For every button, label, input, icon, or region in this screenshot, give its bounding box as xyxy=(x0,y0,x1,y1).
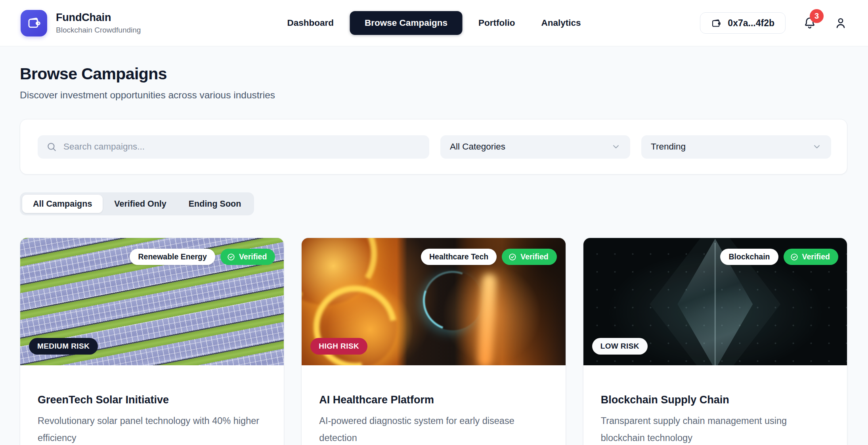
check-circle-icon xyxy=(227,253,235,261)
search-box xyxy=(38,135,429,159)
tab-verified-only[interactable]: Verified Only xyxy=(103,195,177,213)
nav-item-portfolio[interactable]: Portfolio xyxy=(468,12,525,35)
user-icon xyxy=(834,16,847,30)
check-circle-icon xyxy=(790,253,799,261)
campaign-description: Revolutionary solar panel technology wit… xyxy=(38,412,266,445)
chevron-down-icon xyxy=(812,142,822,152)
campaign-image-solar-panels: Renewable Energy Verified MEDIUM RISK xyxy=(20,238,284,365)
campaign-description: Transparent supply chain management usin… xyxy=(601,412,830,445)
nav-item-dashboard[interactable]: Dashboard xyxy=(277,12,344,35)
app-tagline: Blockchain Crowdfunding xyxy=(56,26,141,35)
neon-bar-shape xyxy=(478,273,497,365)
check-circle-icon xyxy=(508,253,517,261)
wallet-icon xyxy=(711,18,722,29)
category-select-value: All Categories xyxy=(450,142,505,152)
campaign-grid: Renewable Energy Verified MEDIUM RISK Gr… xyxy=(20,238,847,445)
crystal-seam-shape xyxy=(715,243,716,365)
campaign-description: AI-powered diagnostic system for early d… xyxy=(319,412,548,445)
app-logo[interactable] xyxy=(21,10,47,36)
verified-badge: Verified xyxy=(220,249,275,265)
campaign-card[interactable]: Renewable Energy Verified MEDIUM RISK Gr… xyxy=(20,238,284,445)
brand-text: FundChain Blockchain Crowdfunding xyxy=(56,12,141,35)
notifications-button[interactable]: 3 xyxy=(803,16,816,30)
risk-badge: LOW RISK xyxy=(592,338,648,355)
tab-ending-soon[interactable]: Ending Soon xyxy=(178,195,252,213)
card-body: Blockchain Supply Chain Transparent supp… xyxy=(583,365,847,445)
campaign-image-neon-lab: Healthcare Tech Verified HIGH RISK xyxy=(302,238,565,365)
header-actions: 0x7a...4f2b 3 xyxy=(700,12,847,34)
campaign-card[interactable]: Healthcare Tech Verified HIGH RISK AI He… xyxy=(301,238,566,445)
user-menu-button[interactable] xyxy=(834,16,847,30)
card-body: AI Healthcare Platform AI-powered diagno… xyxy=(302,365,565,445)
verified-badge: Verified xyxy=(502,249,556,265)
nav-item-browse-campaigns[interactable]: Browse Campaigns xyxy=(350,11,463,35)
chevron-down-icon xyxy=(611,142,621,152)
campaign-tabs: All Campaigns Verified Only Ending Soon xyxy=(20,192,254,215)
app-title: FundChain xyxy=(56,12,141,24)
category-badge: Renewable Energy xyxy=(130,249,215,265)
sort-select[interactable]: Trending xyxy=(641,135,831,159)
card-body: GreenTech Solar Initiative Revolutionary… xyxy=(20,365,284,445)
notification-count-badge: 3 xyxy=(810,9,824,23)
nav-item-analytics[interactable]: Analytics xyxy=(531,12,591,35)
verified-badge: Verified xyxy=(784,249,838,265)
sort-select-value: Trending xyxy=(651,142,686,152)
filter-panel: All Categories Trending xyxy=(20,119,847,175)
category-badge: Healthcare Tech xyxy=(421,249,497,265)
campaign-card[interactable]: Blockchain Verified LOW RISK Blockchain … xyxy=(583,238,847,445)
main-nav: Dashboard Browse Campaigns Portfolio Ana… xyxy=(277,11,591,35)
campaign-title: Blockchain Supply Chain xyxy=(601,394,830,406)
verified-label: Verified xyxy=(239,252,267,261)
tab-all-campaigns[interactable]: All Campaigns xyxy=(22,195,103,213)
top-navbar: FundChain Blockchain Crowdfunding Dashbo… xyxy=(0,0,868,46)
risk-badge: HIGH RISK xyxy=(310,338,367,355)
search-input[interactable] xyxy=(63,142,421,152)
campaign-title: AI Healthcare Platform xyxy=(319,394,548,406)
wallet-address-button[interactable]: 0x7a...4f2b xyxy=(700,12,786,34)
wallet-address: 0x7a...4f2b xyxy=(728,18,774,29)
risk-badge: MEDIUM RISK xyxy=(29,338,98,355)
campaign-image-blockchain-crystal: Blockchain Verified LOW RISK xyxy=(583,238,847,365)
verified-label: Verified xyxy=(520,252,548,261)
campaign-title: GreenTech Solar Initiative xyxy=(38,394,266,406)
category-badge: Blockchain xyxy=(720,249,778,265)
page-subtitle: Discover investment opportunities across… xyxy=(20,90,847,101)
main-content: Browse Campaigns Discover investment opp… xyxy=(0,65,868,445)
page-title: Browse Campaigns xyxy=(20,65,847,83)
wallet-icon xyxy=(26,15,42,31)
brand: FundChain Blockchain Crowdfunding xyxy=(21,10,141,36)
verified-label: Verified xyxy=(802,252,830,261)
search-icon xyxy=(46,142,57,152)
category-select[interactable]: All Categories xyxy=(440,135,630,159)
